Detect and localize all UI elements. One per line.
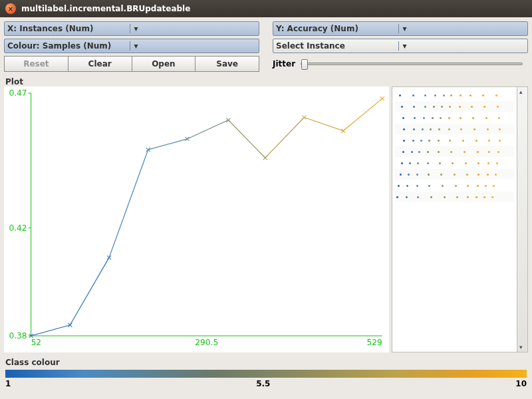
y-axis-label: Y: Accuracy (Num) (276, 24, 398, 33)
attribute-strip[interactable] (395, 124, 514, 135)
y-axis-dropdown[interactable]: Y: Accuracy (Num) ▾ (273, 21, 528, 36)
svg-line-19 (343, 98, 382, 131)
window-titlebar: × multilabel.incremental.BRUpdateable (0, 0, 532, 17)
svg-text:0.47: 0.47 (9, 88, 27, 98)
svg-line-17 (265, 118, 305, 158)
jitter-label: Jitter (273, 59, 295, 68)
attribute-strip[interactable] (395, 146, 514, 158)
class-colour-label: Class colour (0, 356, 532, 367)
main-plot[interactable]: 0.380.420.4752290.5529 (4, 86, 389, 352)
reset-button[interactable]: Reset (4, 56, 68, 72)
colorbar-max: 10 (515, 379, 527, 388)
attribute-strip[interactable]: X (395, 180, 514, 192)
colorbar-min: 1 (5, 379, 11, 388)
attribute-strip[interactable] (395, 112, 514, 124)
attribute-panel: YX (392, 86, 528, 352)
chevron-down-icon: ▾ (130, 24, 257, 33)
attribute-strip[interactable] (395, 192, 514, 203)
svg-line-15 (187, 120, 228, 139)
chevron-down-icon: ▾ (130, 41, 257, 51)
svg-line-11 (31, 325, 70, 336)
clear-button[interactable]: Clear (68, 56, 132, 72)
attribute-strip[interactable] (395, 158, 514, 169)
class-colour-bar (5, 370, 527, 378)
select-instance-dropdown[interactable]: Select Instance ▾ (273, 39, 528, 53)
select-instance-label: Select Instance (276, 41, 398, 51)
button-row: Reset Clear Open Save (4, 56, 259, 72)
svg-text:52: 52 (31, 338, 41, 347)
close-icon[interactable]: × (5, 3, 16, 14)
svg-text:0.38: 0.38 (9, 331, 27, 340)
svg-line-12 (70, 257, 109, 325)
attribute-strip[interactable] (395, 101, 514, 112)
colour-label: Colour: Samples (Num) (7, 41, 130, 51)
plot-section-label: Plot (0, 76, 532, 86)
attribute-strip[interactable]: Y (395, 90, 514, 101)
open-button[interactable]: Open (132, 56, 196, 72)
svg-text:529: 529 (367, 338, 382, 347)
scrollbar[interactable] (517, 87, 527, 352)
svg-line-13 (109, 150, 148, 257)
jitter-slider[interactable] (301, 63, 523, 65)
svg-text:0.42: 0.42 (9, 223, 27, 233)
svg-line-16 (228, 120, 265, 158)
slider-thumb[interactable] (301, 59, 308, 70)
colorbar-mid: 5.5 (256, 379, 270, 388)
svg-line-14 (148, 139, 188, 150)
x-axis-label: X: Instances (Num) (7, 24, 130, 33)
svg-line-18 (304, 118, 343, 131)
save-button[interactable]: Save (196, 56, 259, 72)
chevron-down-icon: ▾ (398, 41, 525, 51)
window-title: multilabel.incremental.BRUpdateable (21, 4, 190, 13)
chevron-down-icon: ▾ (398, 24, 525, 33)
attribute-strip[interactable] (395, 135, 514, 146)
attribute-strip[interactable] (395, 169, 514, 180)
colour-dropdown[interactable]: Colour: Samples (Num) ▾ (4, 39, 259, 53)
x-axis-dropdown[interactable]: X: Instances (Num) ▾ (4, 21, 259, 36)
svg-text:290.5: 290.5 (195, 338, 218, 347)
